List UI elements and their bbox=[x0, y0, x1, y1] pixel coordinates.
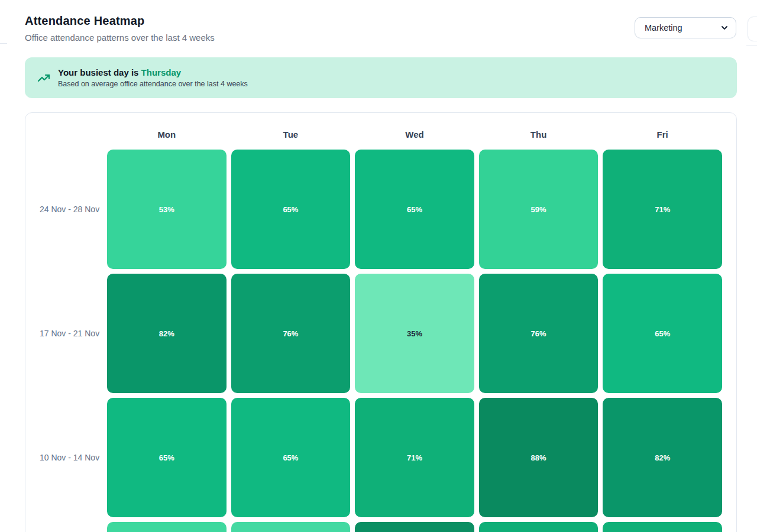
heatmap-cell: 76% bbox=[479, 274, 599, 393]
heatmap-cell: 88% bbox=[479, 398, 599, 517]
heatmap-cell: 53% bbox=[107, 150, 227, 269]
banner-title: Your busiest day is Thursday bbox=[58, 67, 248, 77]
heatmap-cell: 65% bbox=[231, 398, 351, 517]
team-select[interactable]: Marketing bbox=[635, 17, 736, 38]
team-select-wrap: Marketing bbox=[635, 17, 736, 38]
right-divider-fragment bbox=[746, 46, 757, 46]
column-header: Fri bbox=[603, 129, 722, 140]
insight-banner: Your busiest day is Thursday Based on av… bbox=[25, 57, 737, 98]
heatmap-cell: 71% bbox=[355, 398, 474, 517]
column-header: Thu bbox=[479, 129, 599, 140]
banner-text: Your busiest day is Thursday Based on av… bbox=[58, 67, 248, 88]
heatmap-cell: 59% bbox=[479, 150, 599, 269]
trending-up-icon bbox=[37, 71, 51, 85]
heatmap-cell: 65% bbox=[603, 274, 722, 393]
heatmap-cell: 82% bbox=[107, 274, 227, 393]
left-divider-fragment bbox=[0, 43, 7, 44]
heatmap-cell: 71% bbox=[603, 150, 722, 269]
heatmap-cell bbox=[603, 522, 722, 532]
heatmap-grid: 24 Nov - 28 Nov53%65%65%59%71%17 Nov - 2… bbox=[40, 150, 722, 532]
banner-title-prefix: Your busiest day is bbox=[58, 67, 138, 77]
heatmap-cell bbox=[479, 522, 599, 532]
row-label bbox=[40, 522, 102, 532]
heatmap-cell: 65% bbox=[107, 398, 227, 517]
column-header: Mon bbox=[107, 129, 227, 140]
heatmap-cell: 35% bbox=[355, 274, 474, 393]
page-subtitle: Office attendance patterns over the last… bbox=[25, 33, 215, 43]
column-header: Wed bbox=[355, 129, 474, 140]
row-label: 24 Nov - 28 Nov bbox=[40, 150, 102, 269]
attendance-heatmap-page: Attendance Heatmap Office attendance pat… bbox=[0, 0, 757, 532]
heatmap-cell bbox=[355, 522, 474, 532]
heatmap-cell: 65% bbox=[231, 150, 351, 269]
page-title: Attendance Heatmap bbox=[25, 14, 215, 28]
row-label: 10 Nov - 14 Nov bbox=[40, 398, 102, 517]
column-header: Tue bbox=[231, 129, 351, 140]
heatmap-cell: 76% bbox=[231, 274, 351, 393]
heatmap-cell bbox=[107, 522, 227, 532]
heatmap-header-row: MonTueWedThuFri bbox=[40, 127, 722, 141]
row-label: 17 Nov - 21 Nov bbox=[40, 274, 102, 393]
banner-subtitle: Based on average office attendance over … bbox=[58, 80, 248, 88]
heatmap-card: MonTueWedThuFri 24 Nov - 28 Nov53%65%65%… bbox=[25, 112, 737, 532]
heatmap-cell: 65% bbox=[355, 150, 474, 269]
page-header: Attendance Heatmap Office attendance pat… bbox=[25, 14, 215, 43]
adjacent-panel-fragment bbox=[748, 17, 757, 41]
heatmap-cell: 82% bbox=[603, 398, 722, 517]
banner-busiest-day: Thursday bbox=[141, 67, 182, 77]
heatmap-cell bbox=[231, 522, 351, 532]
